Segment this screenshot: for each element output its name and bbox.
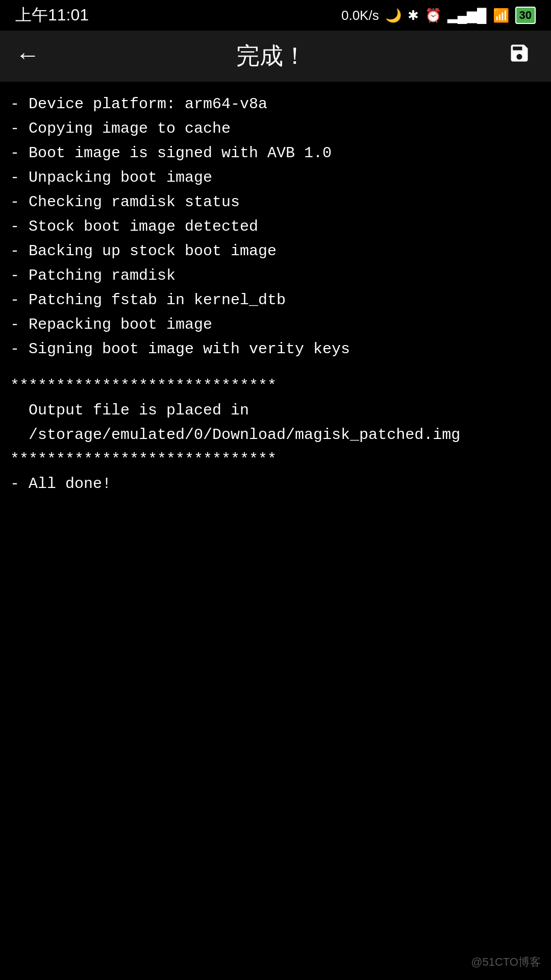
save-button[interactable] <box>503 37 536 76</box>
log-line: Output file is placed in <box>10 398 541 423</box>
log-line: - Patching fstab in kernel_dtb <box>10 288 541 312</box>
log-line: - Signing boot image with verity keys <box>10 337 541 361</box>
log-line: - Boot image is signed with AVB 1.0 <box>10 141 541 165</box>
log-line: - Repacking boot image <box>10 312 541 337</box>
log-line: - Device platform: arm64-v8a <box>10 92 541 116</box>
log-line: - All done! <box>10 472 541 496</box>
log-line: ***************************** <box>10 374 541 398</box>
log-line: - Patching ramdisk <box>10 263 541 288</box>
status-icons: 0.0K/s 🌙 ✱ ⏰ ▂▄▆█ 📶 30 <box>341 7 536 24</box>
log-line <box>10 361 541 374</box>
watermark: @51CTO博客 <box>471 954 541 970</box>
log-content: - Device platform: arm64-v8a- Copying im… <box>0 82 551 980</box>
log-line: - Unpacking boot image <box>10 165 541 190</box>
bluetooth-icon: ✱ <box>408 8 419 23</box>
page-title: 完成！ <box>236 40 307 72</box>
wifi-icon: 📶 <box>493 8 509 23</box>
status-bar: 上午11:01 0.0K/s 🌙 ✱ ⏰ ▂▄▆█ 📶 30 <box>0 0 551 31</box>
signal-icon: ▂▄▆█ <box>447 8 487 23</box>
log-line: - Copying image to cache <box>10 116 541 141</box>
log-line: /storage/emulated/0/Download/magisk_patc… <box>10 423 541 447</box>
moon-icon: 🌙 <box>385 8 402 23</box>
app-bar: ← 完成！ <box>0 31 551 82</box>
log-line: ***************************** <box>10 447 541 472</box>
battery-indicator: 30 <box>515 7 536 24</box>
back-button[interactable]: ← <box>15 37 40 75</box>
alarm-icon: ⏰ <box>425 8 441 23</box>
network-speed: 0.0K/s <box>341 8 379 23</box>
log-line: - Checking ramdisk status <box>10 190 541 214</box>
status-time: 上午11:01 <box>15 4 89 27</box>
log-line: - Stock boot image detected <box>10 214 541 239</box>
log-line: - Backing up stock boot image <box>10 239 541 263</box>
